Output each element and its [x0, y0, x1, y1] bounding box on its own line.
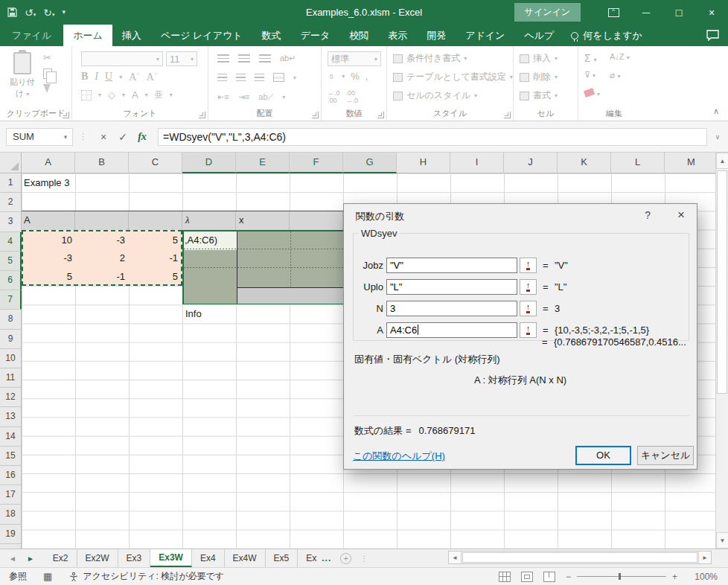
- copy-icon[interactable]: [43, 68, 52, 79]
- close-button[interactable]: ×: [695, 0, 728, 25]
- row-header[interactable]: 18: [0, 505, 22, 524]
- redo-icon[interactable]: ↻▾: [43, 7, 54, 18]
- row-header[interactable]: 10: [0, 349, 22, 368]
- column-header[interactable]: C: [129, 153, 182, 173]
- scroll-left-icon[interactable]: ◄: [449, 552, 462, 563]
- cell-a4[interactable]: 10: [23, 231, 77, 250]
- cell-c4[interactable]: 5: [129, 231, 182, 250]
- conditional-formatting-button[interactable]: 条件付き書式 ▾: [393, 52, 513, 65]
- ribbon-display-options-icon[interactable]: ^: [597, 0, 630, 25]
- cancel-button[interactable]: キャンセル: [637, 446, 694, 465]
- vertical-scroll-thumb[interactable]: [717, 170, 727, 394]
- column-header[interactable]: K: [558, 153, 611, 173]
- column-header[interactable]: I: [450, 153, 504, 173]
- percent-icon[interactable]: %: [351, 71, 360, 82]
- clear-icon[interactable]: ▾: [584, 86, 610, 98]
- row-header[interactable]: 19: [0, 525, 22, 544]
- dialog-close-icon[interactable]: ×: [677, 208, 685, 223]
- align-middle-icon[interactable]: [238, 54, 250, 63]
- row-header[interactable]: 11: [0, 368, 22, 388]
- row-header[interactable]: 12: [0, 388, 22, 407]
- delete-cells-button[interactable]: 削除 ▾: [520, 71, 558, 83]
- row-header[interactable]: 3: [0, 212, 22, 231]
- select-all-corner[interactable]: [0, 153, 22, 173]
- italic-button[interactable]: I: [95, 71, 98, 83]
- decrease-decimal-icon[interactable]: .00→.0: [346, 89, 359, 104]
- cancel-entry-icon[interactable]: ×: [94, 131, 113, 143]
- file-tab[interactable]: ファイル: [0, 25, 63, 46]
- more-sheets-indicator[interactable]: ...: [317, 549, 336, 567]
- decrease-indent-icon[interactable]: ⇤≡: [217, 92, 229, 102]
- font-color-icon[interactable]: A: [132, 89, 138, 100]
- source-range-a4-c6[interactable]: 10 -3 5 -3 2 -1 5 -1 5: [22, 230, 182, 287]
- cell-d8[interactable]: Info: [185, 304, 202, 323]
- align-left-icon[interactable]: [217, 74, 227, 82]
- tab-scroll-left-icon[interactable]: ◄: [9, 554, 16, 563]
- ribbon-tab[interactable]: ヘルプ: [514, 25, 563, 46]
- cell-c5[interactable]: -1: [129, 249, 182, 268]
- normal-view-icon[interactable]: [499, 572, 511, 582]
- sheet-tab[interactable]: Ex2: [45, 549, 77, 567]
- row-header[interactable]: 14: [0, 427, 22, 447]
- page-layout-view-icon[interactable]: [521, 572, 533, 582]
- increase-font-icon[interactable]: A˄: [129, 71, 140, 83]
- row-header[interactable]: 6: [0, 271, 22, 290]
- sheet-tab[interactable]: Ex3W: [150, 549, 192, 567]
- ok-button[interactable]: OK: [575, 446, 631, 465]
- add-sheet-button[interactable]: +: [340, 549, 351, 567]
- cell-a3[interactable]: A: [24, 211, 31, 229]
- column-header[interactable]: F: [290, 153, 343, 173]
- customize-qat-icon[interactable]: ▾: [63, 9, 66, 16]
- ribbon-tab[interactable]: 表示: [378, 25, 417, 46]
- column-header[interactable]: G: [343, 153, 397, 173]
- n-range-selector-icon[interactable]: ↑: [520, 301, 537, 316]
- format-cells-button[interactable]: 書式 ▾: [520, 89, 558, 102]
- sheet-tab[interactable]: Ex4W: [225, 549, 266, 567]
- column-header[interactable]: J: [504, 153, 558, 173]
- cut-icon[interactable]: ✂: [43, 52, 52, 63]
- sign-in-button[interactable]: サインイン: [514, 3, 581, 22]
- sheet-tab[interactable]: Ex5: [298, 549, 317, 567]
- row-header[interactable]: 17: [0, 485, 22, 505]
- cell-b6[interactable]: -1: [76, 268, 130, 287]
- save-icon[interactable]: [7, 7, 17, 17]
- tell-me-box[interactable]: 何をしますか: [563, 25, 650, 46]
- accessibility-status[interactable]: アクセシビリティ: 検討が必要です: [68, 570, 224, 583]
- row-header[interactable]: 15: [0, 447, 22, 466]
- font-size-select[interactable]: 11▾: [166, 51, 197, 66]
- row-header[interactable]: 1: [0, 173, 22, 193]
- ribbon-tab[interactable]: 開発: [417, 25, 456, 46]
- ribbon-tab[interactable]: 挿入: [112, 25, 151, 46]
- ribbon-tab[interactable]: 校閲: [339, 25, 378, 46]
- undo-icon[interactable]: ↺▾: [25, 7, 36, 18]
- jobz-range-selector-icon[interactable]: ↑: [520, 258, 537, 273]
- merge-center-icon[interactable]: [273, 73, 284, 82]
- scroll-right-icon[interactable]: ►: [698, 552, 711, 563]
- row-header[interactable]: 8: [0, 310, 22, 329]
- cell-d4-editing[interactable]: ,A4:C6): [184, 231, 237, 250]
- increase-indent-icon[interactable]: ⇥≡: [238, 92, 250, 102]
- cell-a6[interactable]: 5: [23, 268, 77, 287]
- column-header[interactable]: E: [236, 153, 290, 173]
- sheet-tab[interactable]: Ex4: [192, 549, 225, 567]
- function-help-link[interactable]: この関数のヘルプ(H): [353, 450, 445, 463]
- clipboard-dialog-launcher-icon[interactable]: [63, 112, 69, 118]
- column-header[interactable]: M: [665, 153, 715, 173]
- format-as-table-button[interactable]: テーブルとして書式設定 ▾: [393, 71, 513, 83]
- column-header[interactable]: D: [182, 153, 236, 173]
- borders-icon[interactable]: [81, 90, 92, 100]
- uplo-range-selector-icon[interactable]: ↑: [520, 279, 537, 295]
- insert-function-icon[interactable]: fx: [132, 131, 152, 143]
- sort-filter-icon[interactable]: A↓Z ▾: [610, 52, 635, 64]
- bold-button[interactable]: B: [81, 71, 88, 83]
- fill-color-icon[interactable]: ◇: [108, 89, 115, 100]
- scroll-down-icon[interactable]: ▼: [716, 532, 728, 549]
- ribbon-tab[interactable]: データ: [291, 25, 340, 46]
- column-header[interactable]: L: [611, 153, 665, 173]
- dialog-help-icon[interactable]: ?: [645, 209, 651, 221]
- styles-dialog-launcher-icon[interactable]: [504, 112, 511, 118]
- cell-e3[interactable]: x: [239, 211, 244, 229]
- dialog-title-bar[interactable]: 関数の引数 ? ×: [344, 204, 697, 226]
- row-header[interactable]: 7: [0, 290, 22, 310]
- vertical-scrollbar[interactable]: ▲ ▼: [715, 153, 728, 549]
